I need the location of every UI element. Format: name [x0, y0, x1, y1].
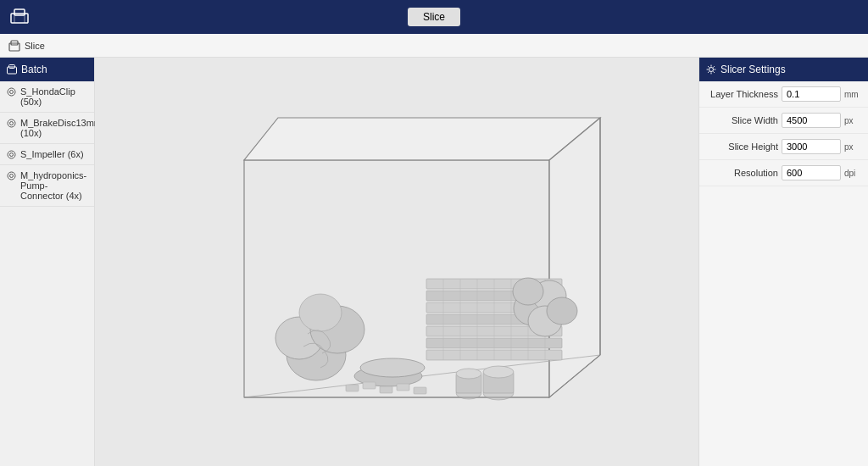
- svg-rect-56: [414, 387, 426, 394]
- settings-title: Slicer Settings: [721, 64, 786, 75]
- resolution-row: Resolution dpi: [699, 160, 868, 186]
- svg-rect-55: [397, 384, 409, 391]
- sidebar-item-label-0: S_HondaClip (50x): [20, 86, 87, 107]
- svg-point-13: [10, 153, 14, 157]
- sidebar-item-label-3: M_hydroponics-Pump-Connector (4x): [20, 170, 87, 201]
- svg-point-48: [483, 366, 514, 378]
- slice-text: Slice: [25, 41, 45, 51]
- sidebar-title: Batch: [21, 64, 47, 75]
- slice-height-unit: px: [844, 142, 861, 152]
- svg-point-9: [10, 91, 14, 94]
- sidebar-header: Batch: [0, 58, 94, 81]
- slice-button-container: Slice: [408, 8, 460, 26]
- svg-rect-52: [346, 385, 359, 391]
- slice-label: Slice: [8, 40, 45, 52]
- sidebar-item-0[interactable]: S_HondaClip (50x): [0, 81, 94, 113]
- slice-width-row: Slice Width px: [699, 108, 868, 134]
- layer-thickness-label: Layer Thickness: [710, 89, 778, 99]
- svg-point-24: [299, 294, 342, 331]
- slice-height-row: Slice Height px: [699, 134, 868, 160]
- sub-header: Slice: [0, 34, 868, 58]
- item-icon-3: [7, 171, 16, 180]
- top-bar: Slice: [0, 0, 868, 34]
- viewport: [95, 58, 698, 466]
- svg-point-11: [10, 122, 14, 125]
- sidebar: Batch S_HondaClip (50x) M_BrakeDisc13mm …: [0, 58, 95, 466]
- svg-point-43: [513, 278, 543, 305]
- sidebar-item-2[interactable]: S_Impeller (6x): [0, 144, 94, 165]
- item-icon-0: [7, 87, 16, 97]
- resolution-unit: dpi: [844, 169, 861, 178]
- svg-point-51: [456, 369, 481, 379]
- svg-rect-54: [380, 386, 392, 393]
- settings-gear-icon: [706, 64, 716, 75]
- sidebar-item-1[interactable]: M_BrakeDisc13mm (10x): [0, 113, 94, 144]
- slice-button[interactable]: Slice: [408, 8, 460, 26]
- settings-header: Slicer Settings: [699, 58, 868, 81]
- svg-point-59: [709, 68, 714, 72]
- layer-thickness-unit: mm: [844, 90, 861, 99]
- 3d-box-container: [176, 92, 617, 431]
- svg-point-45: [547, 297, 577, 325]
- svg-point-8: [8, 88, 15, 96]
- 3d-wireframe: [176, 92, 617, 431]
- svg-point-10: [8, 119, 15, 127]
- svg-marker-17: [244, 118, 600, 160]
- slice-width-input[interactable]: [782, 113, 841, 128]
- layer-thickness-row: Layer Thickness mm: [699, 81, 868, 108]
- svg-point-26: [360, 358, 425, 377]
- item-icon-2: [7, 150, 16, 159]
- slice-height-label: Slice Height: [728, 141, 778, 152]
- slice-width-unit: px: [844, 116, 861, 125]
- svg-point-15: [10, 175, 14, 178]
- resolution-label: Resolution: [734, 168, 778, 178]
- svg-rect-53: [363, 382, 376, 389]
- svg-rect-1: [14, 9, 25, 15]
- layer-thickness-input[interactable]: [782, 86, 841, 102]
- sidebar-item-label-2: S_Impeller (6x): [20, 149, 84, 159]
- item-icon-1: [7, 119, 16, 128]
- slice-width-label: Slice Width: [732, 115, 778, 125]
- settings-panel: Slicer Settings Layer Thickness mm Slice…: [698, 58, 868, 466]
- main-layout: Batch S_HondaClip (50x) M_BrakeDisc13mm …: [0, 58, 868, 466]
- app-logo: [10, 8, 29, 25]
- slice-height-input[interactable]: [782, 139, 841, 154]
- svg-point-12: [8, 151, 15, 158]
- sidebar-item-3[interactable]: M_hydroponics-Pump-Connector (4x): [0, 165, 94, 207]
- svg-point-14: [8, 172, 15, 180]
- sidebar-item-label-1: M_BrakeDisc13mm (10x): [20, 118, 102, 138]
- resolution-input[interactable]: [782, 165, 841, 180]
